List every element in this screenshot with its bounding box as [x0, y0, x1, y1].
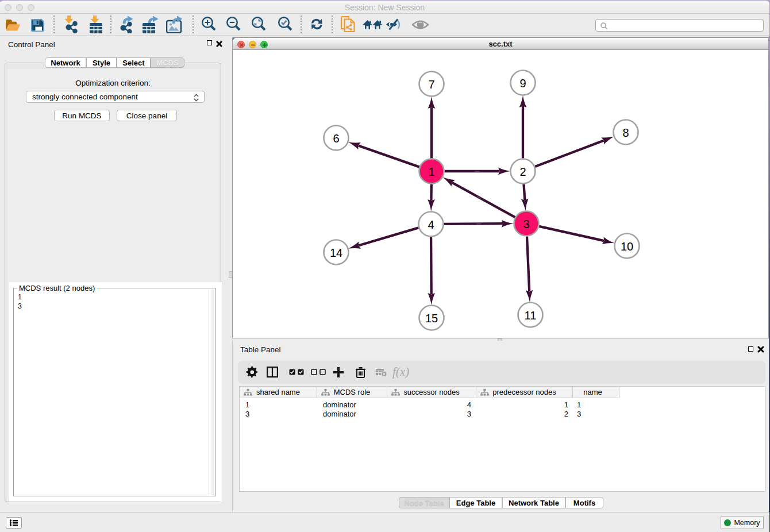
svg-text:14: 14 — [330, 246, 342, 259]
svg-text:9: 9 — [519, 77, 526, 90]
svg-text:7: 7 — [428, 78, 434, 91]
svg-text:6: 6 — [333, 132, 339, 145]
svg-text:2: 2 — [519, 165, 526, 178]
svg-text:11: 11 — [525, 309, 537, 322]
svg-text:15: 15 — [425, 312, 438, 325]
svg-text:4: 4 — [428, 218, 434, 231]
svg-text:8: 8 — [622, 126, 629, 139]
svg-text:1: 1 — [428, 165, 434, 178]
svg-text:3: 3 — [523, 218, 529, 230]
svg-text:10: 10 — [621, 240, 633, 253]
